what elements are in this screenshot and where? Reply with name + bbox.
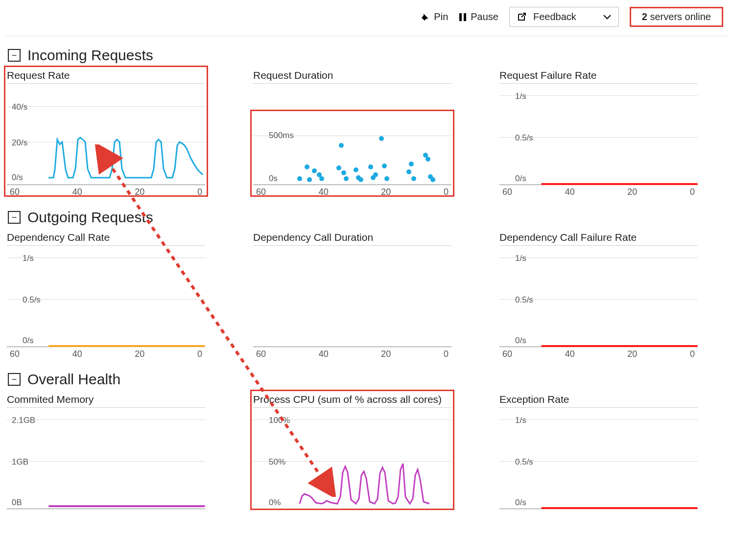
svg-point-5	[312, 168, 317, 173]
xtick: 20	[627, 187, 637, 197]
chart-process-cpu[interactable]: Process CPU (sum of % across all cores) …	[253, 392, 451, 509]
svg-point-17	[373, 172, 378, 177]
ytick: 1/s	[515, 416, 526, 425]
chart-exception-rate[interactable]: Exception Rate 1/s 0.5/s 0/s	[499, 392, 698, 509]
section-title: Overall Health	[27, 371, 120, 388]
ytick: 1/s	[515, 92, 526, 101]
feedback-label: Feedback	[533, 11, 576, 23]
pause-icon	[459, 12, 467, 22]
xtick: 0	[444, 349, 449, 359]
xtick: 40	[72, 187, 82, 197]
xtick: 60	[256, 187, 266, 197]
ytick: 0/s	[515, 336, 526, 346]
svg-point-2	[297, 176, 302, 181]
collapse-button[interactable]: −	[8, 211, 21, 224]
pin-button[interactable]: Pin	[420, 11, 448, 23]
svg-point-19	[382, 163, 387, 168]
ytick: 1/s	[23, 254, 34, 263]
svg-point-8	[336, 165, 341, 170]
chart-request-failure[interactable]: Request Failure Rate 1/s 0.5/s 0/s 60 40…	[499, 68, 698, 197]
ytick: 0.5/s	[515, 457, 533, 467]
servers-count: 2	[642, 11, 647, 22]
svg-point-21	[406, 169, 411, 174]
line-series	[7, 87, 205, 185]
feedback-dropdown[interactable]: Feedback	[509, 7, 619, 27]
ytick: 0/s	[515, 498, 526, 508]
svg-point-27	[430, 177, 435, 182]
svg-point-15	[368, 164, 373, 169]
chart-request-duration[interactable]: Request Duration 500ms 0s	[253, 68, 451, 197]
chart-dependency-failure[interactable]: Dependency Call Failure Rate 1/s 0.5/s 0…	[499, 230, 698, 359]
xtick: 60	[10, 349, 20, 359]
xtick: 20	[381, 349, 391, 359]
svg-point-11	[344, 176, 349, 181]
xtick: 40	[565, 349, 575, 359]
external-link-icon	[517, 12, 526, 22]
servers-label: servers online	[647, 11, 711, 22]
xtick: 20	[135, 187, 144, 197]
xtick: 0	[444, 187, 449, 197]
chart-committed-memory[interactable]: Commited Memory 2.1GB 1GB 0B	[7, 392, 205, 509]
scatter-series	[253, 87, 451, 185]
chart-title: Commited Memory	[7, 394, 205, 408]
line-series	[541, 183, 698, 185]
xtick: 0	[690, 187, 695, 197]
pause-button[interactable]: Pause	[459, 11, 498, 23]
ytick: 1GB	[12, 457, 28, 467]
section-health: − Overall Health	[8, 371, 728, 388]
ytick: 1/s	[515, 254, 526, 263]
pin-icon	[420, 12, 430, 22]
xtick: 0	[690, 349, 695, 359]
section-incoming: − Incoming Requests	[8, 47, 728, 64]
chart-title: Process CPU (sum of % across all cores)	[253, 394, 451, 408]
xtick: 40	[319, 349, 329, 359]
xtick: 40	[72, 349, 82, 359]
svg-point-12	[354, 167, 358, 172]
svg-point-18	[379, 136, 384, 141]
chart-title: Request Duration	[253, 70, 451, 84]
section-title: Outgoing Requests	[27, 209, 153, 226]
ytick: 0.5/s	[515, 133, 533, 143]
servers-online-badge[interactable]: 2 servers online	[630, 7, 723, 27]
svg-point-20	[384, 176, 389, 181]
ytick: 0.5/s	[23, 295, 41, 305]
chart-dependency-rate[interactable]: Dependency Call Rate 1/s 0.5/s 0/s 60 40…	[7, 230, 205, 359]
ytick: 2.1GB	[12, 416, 35, 425]
svg-point-22	[409, 162, 414, 166]
pause-label: Pause	[471, 11, 498, 23]
svg-point-7	[319, 176, 324, 181]
svg-point-10	[341, 170, 346, 175]
chart-title: Request Failure Rate	[499, 70, 698, 84]
line-series	[48, 345, 205, 347]
chart-title: Exception Rate	[499, 394, 698, 408]
chart-dependency-duration[interactable]: Dependency Call Duration 60 40 20 0	[253, 230, 451, 359]
xtick: 20	[627, 349, 637, 359]
svg-point-25	[426, 157, 430, 162]
xtick: 60	[502, 349, 512, 359]
svg-point-14	[358, 177, 363, 182]
section-title: Incoming Requests	[27, 47, 153, 64]
line-series	[541, 507, 698, 509]
svg-point-9	[339, 143, 344, 148]
chart-title: Dependency Call Failure Rate	[499, 232, 698, 246]
section-outgoing: − Outgoing Requests	[8, 209, 728, 226]
chart-title: Dependency Call Rate	[7, 232, 205, 246]
ytick: 0/s	[515, 174, 526, 184]
svg-rect-1	[464, 13, 466, 21]
chart-request-rate[interactable]: Request Rate 40/s 20/s 0/s 60 40 20 0	[7, 68, 205, 197]
xtick: 0	[197, 187, 202, 197]
chart-title: Dependency Call Duration	[253, 232, 451, 246]
chevron-down-icon	[603, 14, 612, 20]
collapse-button[interactable]: −	[8, 49, 21, 62]
xtick: 40	[319, 187, 329, 197]
ytick: 0.5/s	[515, 295, 533, 305]
chart-title: Request Rate	[7, 70, 205, 84]
xtick: 40	[565, 187, 575, 197]
ytick: 0/s	[23, 336, 34, 346]
svg-point-3	[305, 164, 309, 169]
line-series	[541, 345, 698, 347]
toolbar: Pin Pause Feedback 2 servers online	[5, 0, 728, 36]
xtick: 0	[197, 349, 202, 359]
collapse-button[interactable]: −	[8, 373, 21, 386]
xtick: 20	[381, 187, 391, 197]
